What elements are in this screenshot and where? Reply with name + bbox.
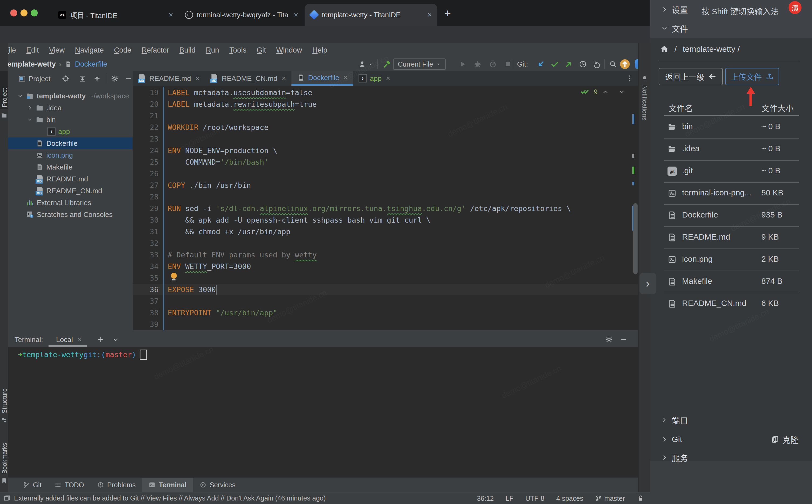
tree-item-template-wetty[interactable]: template-wetty~/workspace xyxy=(8,90,133,102)
tab-close-icon[interactable]: × xyxy=(195,74,200,83)
locate-target-icon[interactable] xyxy=(62,75,70,82)
stripe-structure-tab[interactable]: Structure xyxy=(1,388,8,413)
expand-all-icon[interactable] xyxy=(79,75,86,82)
stripe-project-tab[interactable]: Project xyxy=(1,88,8,107)
git-update-icon[interactable] xyxy=(536,60,545,68)
back-parent-button[interactable]: 返回上一级 xyxy=(659,68,723,85)
editor-tab-readme-cn-md[interactable]: MDREADME_CN.md× xyxy=(205,71,291,86)
next-problem-chevron-icon[interactable] xyxy=(618,88,625,95)
user-icon[interactable] xyxy=(359,60,367,68)
file-row--git[interactable]: git.git~ 0 B xyxy=(650,160,812,182)
hide-panel-minus-icon[interactable] xyxy=(125,75,132,82)
update-available-icon[interactable] xyxy=(620,59,630,69)
terminal-tab-close-icon[interactable]: × xyxy=(78,336,82,344)
file-row-makefile[interactable]: Makefile874 B xyxy=(650,271,812,293)
line-separator[interactable]: LF xyxy=(506,495,514,502)
terminal-gear-icon[interactable] xyxy=(605,336,613,343)
stripe-notifications-tab[interactable]: Notifications xyxy=(641,85,648,120)
tree-item-dockerfile[interactable]: Dockerfile xyxy=(8,137,133,149)
terminal-tab-local[interactable]: Local xyxy=(56,336,73,344)
file-row-bin[interactable]: bin~ 0 B xyxy=(650,116,812,138)
file-row-readme-md[interactable]: README.md9 KB xyxy=(650,226,812,248)
tool-window-button-git[interactable]: Git xyxy=(16,478,48,492)
clone-action[interactable]: 克隆 xyxy=(771,433,799,445)
terminal-prompt[interactable]: ➜ template-wetty git:(master) xyxy=(18,349,147,360)
file-row-dockerfile[interactable]: Dockerfile935 B xyxy=(650,204,812,226)
menu-edit[interactable]: Edit xyxy=(26,46,39,54)
new-tab-button[interactable]: + xyxy=(444,7,451,20)
history-clock-icon[interactable] xyxy=(579,60,587,68)
gear-icon[interactable] xyxy=(111,75,119,82)
tab-overflow-dots-icon[interactable] xyxy=(626,74,634,82)
tree-item-icon-png[interactable]: icon.png xyxy=(8,149,133,161)
menu-help[interactable]: Help xyxy=(312,46,327,54)
tree-item-scratches-and-consoles[interactable]: Scratches and Consoles xyxy=(8,209,133,220)
encoding[interactable]: UTF-8 xyxy=(525,495,545,502)
caret-position[interactable]: 36:12 xyxy=(477,495,494,502)
debug-bug-icon[interactable] xyxy=(473,60,482,68)
tool-windows-icon[interactable] xyxy=(3,495,11,502)
git-commit-check-icon[interactable] xyxy=(550,60,559,68)
intention-bulb-icon[interactable] xyxy=(170,273,177,282)
panel-expand-handle[interactable]: › xyxy=(639,273,656,294)
browser-tab-2[interactable]: ›_terminal-wetty-bwqryafz - Tita× xyxy=(180,4,304,26)
run-config-select[interactable]: Current File xyxy=(393,58,446,70)
terminal-minimize-icon[interactable] xyxy=(620,336,627,343)
tab-close-icon[interactable]: × xyxy=(386,74,390,83)
prev-problem-chevron-icon[interactable] xyxy=(602,88,609,95)
tab-close-icon[interactable]: × xyxy=(282,74,286,83)
tree-item--idea[interactable]: .idea xyxy=(8,102,133,114)
tree-item-readme-md[interactable]: MDREADME.md xyxy=(8,173,133,185)
terminal-splitter[interactable] xyxy=(8,330,638,332)
tree-item-app[interactable]: ›app xyxy=(8,126,133,137)
run-play-icon[interactable] xyxy=(458,60,467,68)
files-section-row[interactable]: 文件 xyxy=(650,19,812,38)
stripe-bookmarks-tab[interactable]: Bookmarks xyxy=(1,443,8,474)
breadcrumb-file[interactable]: Dockerfile xyxy=(75,60,107,68)
browser-tab-1[interactable]: <>项目 - TitanIDE× xyxy=(53,4,178,26)
traffic-zoom-button[interactable] xyxy=(31,9,38,16)
menu-view[interactable]: View xyxy=(49,46,65,54)
menu-navigate[interactable]: Navigate xyxy=(75,46,104,54)
tree-item-readme-cn-md[interactable]: MDREADME_CN.md xyxy=(8,185,133,197)
file-row-readme-cn-md[interactable]: README_CN.md6 KB xyxy=(650,293,812,315)
editor-scrollbar[interactable] xyxy=(633,203,638,274)
section-git[interactable]: Git克隆 xyxy=(650,432,812,447)
inspections-widget[interactable]: 9 xyxy=(580,88,625,96)
traffic-minimize-button[interactable] xyxy=(20,9,27,16)
collapse-all-icon[interactable] xyxy=(93,75,101,82)
menu-git[interactable]: Git xyxy=(257,46,266,54)
breadcrumb[interactable]: template-wetty › Dockerfile xyxy=(5,57,107,71)
traffic-close-button[interactable] xyxy=(10,9,17,16)
file-row-icon-png[interactable]: icon.png2 KB xyxy=(650,248,812,271)
profiler-icon[interactable] xyxy=(488,60,497,68)
git-push-icon[interactable] xyxy=(565,60,573,68)
terminal-dropdown-chevron-icon[interactable] xyxy=(112,336,119,343)
settings-section-row[interactable]: 设置 按 Shift 键切换输入法 演 xyxy=(650,0,812,19)
section-row-2[interactable]: 服务 xyxy=(650,450,812,465)
unlock-icon[interactable] xyxy=(637,495,644,502)
tab-close-icon[interactable]: × xyxy=(343,74,348,82)
new-terminal-plus-icon[interactable] xyxy=(97,336,104,343)
tab-close-icon[interactable]: × xyxy=(169,11,173,19)
menu-build[interactable]: Build xyxy=(179,46,195,54)
tree-item-bin[interactable]: bin xyxy=(8,114,133,126)
upload-file-button[interactable]: 上传文件 xyxy=(725,68,779,85)
indent-setting[interactable]: 4 spaces xyxy=(556,495,583,502)
menu-window[interactable]: Window xyxy=(276,46,302,54)
tab-close-icon[interactable]: × xyxy=(294,11,298,19)
editor-tab-readme-md[interactable]: MDREADME.md× xyxy=(133,71,205,86)
tree-item-external-libraries[interactable]: External Libraries xyxy=(8,197,133,209)
menu-tools[interactable]: Tools xyxy=(229,46,246,54)
tool-window-button-terminal[interactable]: Terminal xyxy=(142,478,193,492)
file-path-row[interactable]: / template-wetty / xyxy=(660,44,740,54)
editor-tab-app[interactable]: ›app× xyxy=(353,71,395,86)
browser-tab-3[interactable]: template-wetty - TitanIDE× xyxy=(305,4,437,26)
tool-window-button-problems[interactable]: Problems xyxy=(91,478,142,492)
git-branch-widget[interactable]: master xyxy=(595,495,625,502)
breadcrumb-project[interactable]: template-wetty xyxy=(5,60,56,68)
file-row--idea[interactable]: .idea~ 0 B xyxy=(650,138,812,160)
demo-badge[interactable]: 演 xyxy=(789,1,801,14)
home-icon[interactable] xyxy=(660,45,669,53)
menu-refactor[interactable]: Refactor xyxy=(142,46,169,54)
